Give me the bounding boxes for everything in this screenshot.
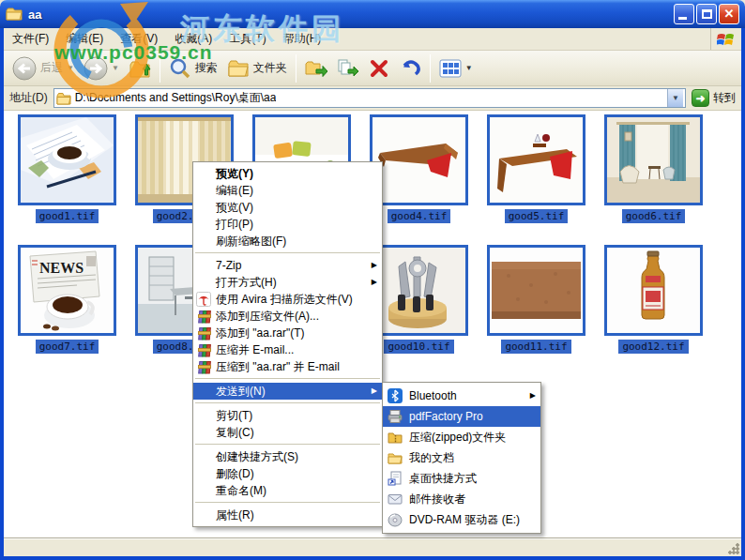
views-button[interactable]: ▼ — [434, 56, 478, 81]
context-menu-item[interactable]: 预览(V) — [193, 199, 382, 216]
context-menu-item[interactable]: 删除(D) — [193, 465, 382, 482]
up-folder-icon — [129, 58, 151, 79]
context-menu-item[interactable]: 压缩到 "aa.rar" 并 E-mail — [193, 358, 382, 375]
context-menu: 预览(Y)编辑(E)预览(V)打印(P)刷新缩略图(F)7-Zip▶打开方式(H… — [192, 161, 383, 527]
toolbar: 后退 ▼ ▼ 搜索 — [4, 51, 741, 86]
context-menu-item[interactable]: 使用 Avira 扫描所选文件(V) — [193, 291, 382, 308]
menu-edit[interactable]: 编辑(E) — [57, 28, 112, 50]
context-menu-item-label: 压缩并 E-mail... — [216, 343, 294, 356]
context-menu-item[interactable]: 刷新缩略图(F) — [193, 233, 382, 250]
file-thumbnail[interactable]: good6.tif — [604, 114, 703, 223]
thumbnail-image — [18, 114, 116, 205]
send-to-menu-item-label: 压缩(zipped)文件夹 — [409, 431, 506, 444]
context-menu-item[interactable]: 重命名(M) — [193, 482, 382, 499]
send-to-menu-item[interactable]: 桌面快捷方式 — [383, 468, 540, 489]
submenu-arrow-icon: ▶ — [372, 257, 377, 274]
search-button[interactable]: 搜索 — [164, 55, 222, 82]
back-dropdown-icon[interactable]: ▼ — [67, 64, 74, 72]
window-border — [0, 28, 4, 560]
up-button[interactable] — [124, 56, 156, 81]
title-bar[interactable]: aa ✕ — [0, 0, 745, 28]
send-to-submenu: Bluetooth▶pdfFactory Pro压缩(zipped)文件夹我的文… — [382, 382, 541, 534]
context-menu-item-label: 编辑(E) — [216, 184, 253, 197]
file-thumbnail[interactable]: good1.tif — [18, 114, 116, 223]
context-menu-item[interactable]: 编辑(E) — [193, 182, 382, 199]
address-dropdown-icon[interactable]: ▼ — [667, 89, 683, 107]
menu-help[interactable]: 帮助(H) — [275, 28, 330, 50]
maximize-button[interactable] — [696, 4, 717, 24]
go-button[interactable]: ➜ 转到 — [692, 89, 736, 107]
file-thumbnail[interactable]: good11.tif — [487, 245, 585, 354]
address-combo[interactable]: D:\Documents and Settings\Roy\桌面\aa ▼ — [53, 88, 686, 108]
context-menu-item[interactable]: 发送到(N)▶ — [193, 383, 382, 400]
thumbnail-image — [487, 245, 585, 336]
go-arrow-icon: ➜ — [692, 89, 709, 107]
forward-dropdown-icon[interactable]: ▼ — [112, 64, 119, 72]
file-thumbnail[interactable]: NEWS good7.tif — [18, 245, 116, 354]
folder-icon — [56, 92, 71, 105]
context-menu-item-label: 刷新缩略图(F) — [216, 235, 286, 248]
context-menu-item-label: 添加到压缩文件(A)... — [216, 310, 319, 323]
file-name-label: good10.tif — [384, 340, 453, 354]
send-to-menu-item[interactable]: pdfFactory Pro — [383, 406, 540, 427]
context-menu-item[interactable]: 7-Zip▶ — [193, 257, 382, 274]
folders-button[interactable]: 文件夹 — [222, 56, 292, 81]
file-name-label: good11.tif — [501, 340, 570, 354]
thumbnail-image — [487, 114, 585, 205]
send-to-menu-item[interactable]: 邮件接收者 — [383, 489, 540, 509]
context-menu-item[interactable]: 预览(Y) — [193, 165, 382, 182]
folders-icon — [227, 58, 250, 79]
context-menu-item[interactable]: 属性(R) — [193, 507, 382, 523]
copy-to-button[interactable] — [332, 56, 364, 81]
context-menu-item-label: 属性(R) — [216, 508, 254, 522]
file-thumbnail[interactable]: good12.tif — [604, 245, 703, 354]
file-thumbnail[interactable]: good4.tif — [370, 114, 468, 223]
send-to-menu-item[interactable]: DVD-RAM 驱动器 (E:) — [383, 509, 540, 530]
undo-icon — [399, 58, 421, 79]
views-icon — [439, 58, 462, 79]
context-menu-item-label: 7-Zip — [216, 259, 241, 272]
context-menu-item[interactable]: 添加到压缩文件(A)... — [193, 308, 382, 325]
delete-button[interactable] — [364, 56, 394, 81]
winrar-icon — [196, 309, 211, 324]
context-menu-item[interactable]: 剪切(T) — [193, 407, 382, 424]
context-menu-item-label: 发送到(N) — [216, 385, 266, 398]
context-menu-item[interactable]: 打印(P) — [193, 216, 382, 233]
menu-favorites[interactable]: 收藏(A) — [166, 28, 220, 50]
file-thumbnail[interactable]: good5.tif — [487, 114, 585, 223]
context-menu-item-label: 创建快捷方式(S) — [216, 450, 298, 463]
window-border — [0, 556, 745, 560]
avira-icon — [196, 292, 211, 307]
resize-grip[interactable] — [727, 542, 739, 554]
address-input[interactable]: D:\Documents and Settings\Roy\桌面\aa — [75, 90, 277, 106]
menu-file[interactable]: 文件(F) — [4, 28, 57, 50]
menu-separator — [195, 252, 380, 253]
context-menu-item[interactable]: 打开方式(H)▶ — [193, 274, 382, 291]
submenu-arrow-icon: ▶ — [372, 274, 377, 291]
context-menu-item-label: 压缩到 "aa.rar" 并 E-mail — [216, 360, 340, 373]
context-menu-item[interactable]: 添加到 "aa.rar"(T) — [193, 325, 382, 341]
menu-tools[interactable]: 工具(T) — [220, 28, 274, 50]
context-menu-item-label: 预览(V) — [216, 201, 253, 214]
forward-button[interactable]: ▼ — [79, 54, 124, 83]
close-button[interactable]: ✕ — [719, 4, 739, 24]
send-to-menu-item[interactable]: Bluetooth▶ — [383, 386, 540, 406]
menu-view[interactable]: 查看(V) — [112, 28, 166, 50]
thumbnail-image: NEWS — [18, 245, 116, 336]
send-to-menu-item[interactable]: 压缩(zipped)文件夹 — [383, 427, 540, 447]
views-dropdown-icon[interactable]: ▼ — [465, 64, 473, 72]
context-menu-item-label: 重命名(M) — [216, 484, 266, 497]
thumbnail-image — [604, 245, 703, 336]
send-to-menu-item[interactable]: 我的文档 — [383, 447, 540, 468]
move-to-button[interactable] — [300, 56, 332, 81]
toolbar-separator — [160, 54, 160, 83]
context-menu-item[interactable]: 创建快捷方式(S) — [193, 448, 382, 465]
context-menu-item[interactable]: 复制(C) — [193, 424, 382, 441]
minimize-button[interactable] — [674, 4, 694, 24]
explorer-window: aa ✕ 文件(F) 编辑(E) 查看(V) 收藏(A) 工具(T) 帮助(H) — [0, 0, 745, 560]
undo-button[interactable] — [394, 56, 426, 81]
back-button[interactable]: 后退 ▼ — [8, 54, 79, 83]
file-thumbnail[interactable]: good10.tif — [370, 245, 468, 354]
zipfolder-icon — [388, 430, 403, 445]
context-menu-item[interactable]: 压缩并 E-mail... — [193, 341, 382, 358]
